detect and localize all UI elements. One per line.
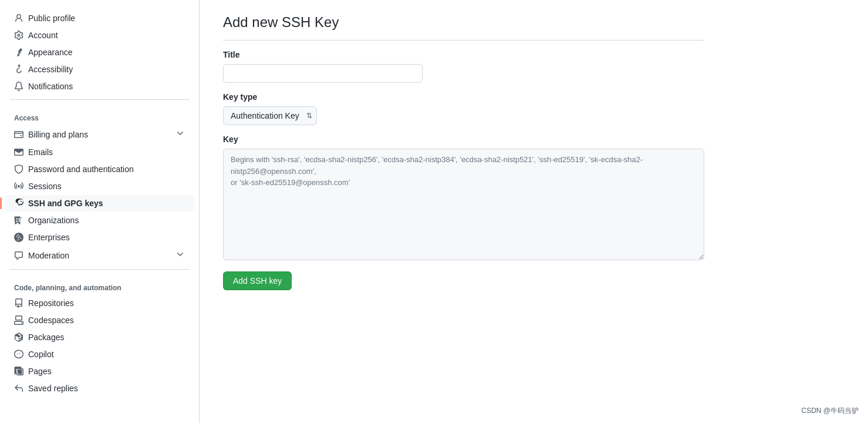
shield-icon (14, 164, 23, 174)
watermark: CSDN @牛码当驴 (801, 406, 859, 416)
key-type-form-group: Key type Authentication Key Signing Key … (223, 92, 704, 125)
add-ssh-key-button[interactable]: Add SSH key (223, 271, 292, 290)
reply-icon (14, 384, 23, 393)
sidebar-item-enterprises[interactable]: Enterprises (5, 229, 194, 246)
organization-icon (14, 216, 23, 225)
sidebar-item-repositories[interactable]: Repositories (5, 295, 194, 311)
sidebar-item-moderation[interactable]: Moderation (5, 246, 194, 264)
sidebar-item-label: Packages (28, 333, 64, 342)
sidebar-item-label: Saved replies (28, 384, 78, 393)
key-type-select[interactable]: Authentication Key Signing Key (223, 106, 317, 125)
paintbrush-icon (14, 48, 23, 57)
sidebar-item-label: SSH and GPG keys (28, 199, 103, 208)
sidebar-item-sessions[interactable]: Sessions (5, 178, 194, 194)
accessibility-icon (14, 65, 23, 74)
sidebar-item-saved-replies[interactable]: Saved replies (5, 380, 194, 397)
title-input[interactable] (223, 64, 423, 83)
sidebar-item-ssh-gpg-keys[interactable]: SSH and GPG keys (5, 195, 194, 212)
sidebar-item-notifications[interactable]: Notifications (5, 78, 194, 95)
sidebar-item-label: Public profile (28, 14, 75, 23)
sidebar-item-label: Notifications (28, 82, 73, 91)
sidebar-item-copilot[interactable]: Copilot (5, 346, 194, 362)
sidebar-item-label: Sessions (28, 182, 62, 191)
sidebar-item-password-auth[interactable]: Password and authentication (5, 161, 194, 177)
key-type-select-wrapper: Authentication Key Signing Key ⇅ (223, 106, 317, 125)
sidebar-item-emails[interactable]: Emails (5, 144, 194, 160)
comment-icon (14, 251, 23, 260)
sidebar-item-billing[interactable]: Billing and plans (5, 125, 194, 143)
sidebar-item-codespaces[interactable]: Codespaces (5, 312, 194, 328)
sidebar-item-label: Accessibility (28, 65, 73, 74)
sidebar-divider (9, 99, 190, 100)
key-form-group: Key (223, 135, 704, 262)
chevron-down-icon (175, 129, 185, 140)
sidebar-item-label: Account (28, 31, 58, 40)
codespaces-icon (14, 315, 23, 325)
sidebar-item-account[interactable]: Account (5, 27, 194, 43)
gear-icon (14, 31, 23, 40)
main-content: Add new SSH Key Title Key type Authentic… (200, 0, 728, 423)
mail-icon (14, 147, 23, 157)
credit-card-icon (14, 130, 23, 139)
sidebar-item-packages[interactable]: Packages (5, 329, 194, 345)
sidebar: Public profileAccountAppearanceAccessibi… (0, 0, 200, 423)
broadcast-icon (14, 182, 23, 191)
sidebar-divider-2 (9, 269, 190, 270)
sidebar-item-label: Emails (28, 147, 53, 157)
sidebar-item-public-profile[interactable]: Public profile (5, 10, 194, 26)
package-icon (14, 333, 23, 342)
key-textarea[interactable] (223, 149, 704, 260)
sidebar-item-label: Copilot (28, 350, 54, 359)
chevron-down-icon (175, 250, 185, 261)
sidebar-item-appearance[interactable]: Appearance (5, 44, 194, 61)
sidebar-item-label: Codespaces (28, 315, 74, 325)
sidebar-section-access: Access (0, 105, 199, 125)
title-label: Title (223, 50, 704, 59)
bell-icon (14, 82, 23, 91)
submit-form-group: Add SSH key (223, 271, 704, 290)
sidebar-item-label: Organizations (28, 216, 79, 225)
sidebar-item-accessibility[interactable]: Accessibility (5, 61, 194, 78)
page-title: Add new SSH Key (223, 14, 704, 41)
sidebar-item-label: Pages (28, 367, 52, 376)
person-icon (14, 14, 23, 23)
sidebar-item-label: Appearance (28, 48, 73, 57)
pages-icon (14, 367, 23, 376)
sidebar-item-label: Moderation (28, 251, 69, 260)
sidebar-section-code: Code, planning, and automation (0, 274, 199, 294)
sidebar-item-organizations[interactable]: Organizations (5, 212, 194, 229)
globe-icon (14, 233, 23, 242)
sidebar-item-pages[interactable]: Pages (5, 363, 194, 380)
sidebar-item-label: Repositories (28, 298, 74, 308)
title-form-group: Title (223, 50, 704, 83)
key-label: Key (223, 135, 704, 144)
sidebar-item-label: Billing and plans (28, 130, 88, 139)
key-type-label: Key type (223, 92, 704, 102)
repo-icon (14, 298, 23, 308)
copilot-icon (14, 350, 23, 359)
sidebar-item-label: Password and authentication (28, 164, 134, 174)
sidebar-item-label: Enterprises (28, 233, 70, 242)
key-icon (14, 199, 23, 208)
